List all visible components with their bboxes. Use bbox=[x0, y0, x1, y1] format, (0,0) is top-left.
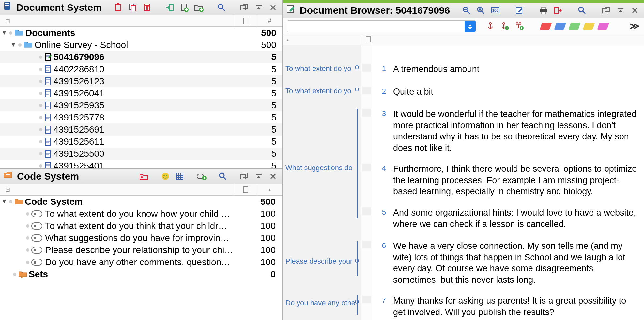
memo-slot[interactable] bbox=[362, 109, 371, 117]
document-item[interactable]: 43915260415 bbox=[0, 87, 282, 99]
clipboard-red-icon[interactable] bbox=[113, 2, 124, 13]
code-strip[interactable]: To what extent do yoTo what extent do yo… bbox=[283, 45, 361, 320]
survey-folder[interactable]: ▼ Online Survey - School 500 bbox=[0, 39, 282, 51]
text-segment[interactable]: Many thanks for asking us parents! It is… bbox=[393, 295, 637, 318]
text-header[interactable] bbox=[361, 35, 644, 45]
code-item[interactable]: What suggestions do you have for improvi… bbox=[0, 232, 282, 244]
anchor-plus-icon[interactable] bbox=[499, 20, 511, 32]
code-tree[interactable]: ▼ Code System 500 To what extent do you … bbox=[0, 196, 282, 320]
code-marker[interactable] bbox=[355, 65, 359, 69]
highlight-red-icon[interactable] bbox=[540, 20, 552, 32]
print-icon[interactable] bbox=[538, 5, 549, 16]
documents-root[interactable]: ▼ Documents 500 bbox=[0, 27, 282, 39]
memo-strip[interactable] bbox=[361, 45, 372, 320]
search-icon[interactable] bbox=[576, 5, 588, 16]
document-tree[interactable]: ▼ Documents 500 ▼ Online Survey - School… bbox=[0, 27, 282, 169]
anchor-icon[interactable] bbox=[484, 20, 496, 32]
code-item[interactable]: To what extent do you think that your ch… bbox=[0, 220, 282, 232]
document-text[interactable]: A tremendous amountQuite a bitIt would b… bbox=[391, 45, 644, 320]
close-icon[interactable] bbox=[267, 2, 279, 13]
code-range-bar[interactable] bbox=[357, 295, 358, 315]
tree-toggle-icon[interactable]: ⊟ bbox=[5, 186, 10, 193]
combo-dropdown-icon[interactable] bbox=[465, 21, 476, 32]
close-icon[interactable] bbox=[629, 5, 641, 16]
collapse-up-icon[interactable] bbox=[615, 5, 626, 16]
document-item[interactable]: 43915259355 bbox=[0, 99, 282, 111]
highlight-blue-icon[interactable] bbox=[554, 20, 566, 32]
window-dup-icon[interactable] bbox=[238, 2, 250, 13]
filter-doc-icon[interactable] bbox=[141, 2, 153, 13]
tree-toggle-icon[interactable]: ⊟ bbox=[5, 17, 10, 24]
memo-slot[interactable] bbox=[362, 241, 371, 248]
new-folder-icon[interactable] bbox=[193, 2, 205, 13]
survey-folder-count: 500 bbox=[261, 40, 276, 50]
close-icon[interactable] bbox=[267, 170, 279, 182]
document-item[interactable]: 43915256915 bbox=[0, 123, 282, 136]
code-item[interactable]: Do you have any other comments, question… bbox=[0, 256, 282, 268]
code-col1[interactable] bbox=[234, 184, 257, 195]
edit-mode-icon[interactable] bbox=[514, 5, 525, 16]
more-icon[interactable]: ≫ bbox=[628, 20, 640, 32]
document-item[interactable]: 43915261235 bbox=[0, 75, 282, 87]
code-strip-label[interactable]: What suggestions do bbox=[285, 164, 357, 172]
document-item[interactable]: 44022868105 bbox=[0, 63, 282, 75]
collapse-up-icon[interactable] bbox=[253, 2, 265, 13]
matrix-icon[interactable] bbox=[174, 170, 186, 182]
text-segment[interactable]: Quite a bit bbox=[393, 86, 637, 98]
document-item[interactable]: 50416790965 bbox=[0, 51, 282, 63]
document-id: 4391525611 bbox=[54, 136, 104, 147]
code-marker[interactable] bbox=[355, 88, 359, 91]
zoom-out-icon[interactable] bbox=[461, 5, 472, 16]
memo-slot[interactable] bbox=[362, 164, 371, 171]
search-icon[interactable] bbox=[216, 2, 227, 13]
code-combo[interactable] bbox=[287, 20, 476, 32]
memo-slot[interactable] bbox=[362, 207, 371, 215]
code-folder-red-icon[interactable] bbox=[138, 170, 150, 182]
code-root[interactable]: ▼ Code System 500 bbox=[0, 196, 282, 208]
text-segment[interactable]: A tremendous amount bbox=[393, 63, 637, 75]
new-code-icon[interactable] bbox=[195, 170, 207, 182]
svg-rect-18 bbox=[243, 18, 248, 24]
document-item[interactable]: 43915257785 bbox=[0, 111, 282, 123]
document-item[interactable]: 43915254015 bbox=[0, 160, 282, 169]
emoji-icon[interactable] bbox=[160, 170, 171, 182]
text-segment[interactable]: And some organizational hints: I would l… bbox=[393, 207, 637, 230]
export-icon[interactable] bbox=[552, 5, 564, 16]
document-item[interactable]: 43915256115 bbox=[0, 136, 282, 148]
import-icon[interactable] bbox=[164, 2, 176, 13]
code-combo-input[interactable] bbox=[287, 21, 465, 32]
highlight-magenta-icon[interactable] bbox=[597, 20, 609, 32]
memo-slot[interactable] bbox=[362, 64, 371, 72]
code-strip-label[interactable]: Do you have any othe bbox=[285, 299, 357, 307]
highlight-yellow-icon[interactable] bbox=[583, 20, 595, 32]
sets-item[interactable]: Sets 0 bbox=[0, 268, 282, 280]
text-segment[interactable]: We have a very close connection. My son … bbox=[393, 240, 637, 285]
window-dup-icon[interactable] bbox=[600, 5, 612, 16]
text-segment[interactable]: It would be wonderful if the teacher for… bbox=[393, 108, 637, 153]
count-col-header[interactable]: # bbox=[257, 15, 282, 26]
code-strip-label[interactable]: Please describe your bbox=[285, 257, 357, 265]
codestrip-header[interactable]: ⬥ bbox=[283, 34, 361, 45]
text-segment[interactable]: Furthermore, I think there would be seve… bbox=[393, 163, 637, 197]
code-range-bar[interactable] bbox=[357, 109, 358, 218]
code-range-bar[interactable] bbox=[357, 241, 358, 276]
code-item[interactable]: To what extent do you know how your chil… bbox=[0, 208, 282, 220]
doc-col-header[interactable] bbox=[234, 15, 257, 26]
window-dup-icon[interactable] bbox=[238, 170, 250, 182]
anchor-multi-icon[interactable] bbox=[513, 20, 525, 32]
document-system-header: Document System bbox=[0, 0, 282, 15]
memo-slot[interactable] bbox=[362, 87, 371, 94]
collapse-up-icon[interactable] bbox=[253, 170, 265, 182]
memo-slot[interactable] bbox=[362, 296, 371, 303]
zoom-100-icon[interactable]: 100 bbox=[489, 5, 501, 16]
code-strip-label[interactable]: To what extent do yo bbox=[285, 87, 357, 95]
search-icon[interactable] bbox=[217, 170, 229, 182]
highlight-green-icon[interactable] bbox=[569, 20, 580, 32]
code-col2[interactable]: ⬥ bbox=[257, 184, 282, 195]
new-doc-icon[interactable] bbox=[178, 2, 190, 13]
copy-icon[interactable] bbox=[127, 2, 139, 13]
code-strip-label[interactable]: To what extent do yo bbox=[285, 64, 357, 73]
document-item[interactable]: 43915255005 bbox=[0, 148, 282, 160]
zoom-in-icon[interactable] bbox=[475, 5, 487, 16]
code-item[interactable]: Please describe your relationship to you… bbox=[0, 244, 282, 256]
